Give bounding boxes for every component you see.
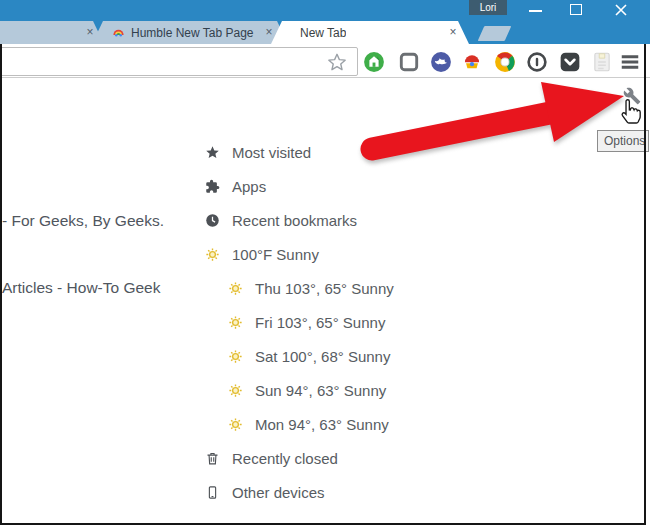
new-tab-page: - For Geeks, By Geeks. Articles - How-To…	[0, 78, 650, 523]
trash-icon	[205, 451, 220, 466]
menu-item[interactable]: 100°F Sunny	[0, 237, 480, 271]
extension-page-disabled-icon[interactable]	[591, 51, 613, 73]
address-bar[interactable]	[0, 47, 358, 76]
menu-item-label: Sun 94°, 63° Sunny	[255, 382, 386, 399]
profile-badge[interactable]: Lori	[469, 0, 507, 15]
menu-item-label: 100°F Sunny	[232, 246, 319, 263]
extension-window-frame-icon[interactable]	[398, 51, 420, 73]
tab-partial[interactable]: ×	[0, 21, 104, 44]
window-border	[0, 44, 2, 525]
new-tab-menu: Most visitedAppsRecent bookmarks100°F Su…	[0, 135, 480, 509]
new-tab-button[interactable]	[478, 26, 512, 41]
menu-item-label: Most visited	[232, 144, 311, 161]
menu-item-label: Fri 103°, 65° Sunny	[255, 314, 385, 331]
maximize-icon	[570, 4, 582, 15]
menu-item[interactable]: Thu 103°, 65° Sunny	[0, 271, 480, 305]
toolbar	[0, 44, 650, 78]
extension-ring-keyhole-icon[interactable]	[526, 51, 548, 73]
sun-icon	[228, 315, 243, 330]
extension-green-home-icon[interactable]	[363, 51, 385, 73]
menu-item-label: Sat 100°, 68° Sunny	[255, 348, 390, 365]
tab-humble-new-tab-page[interactable]: Humble New Tab Page ×	[92, 21, 288, 44]
puzzle-icon	[205, 179, 220, 194]
extension-blue-bird-icon[interactable]	[430, 51, 452, 73]
menu-item-label: Thu 103°, 65° Sunny	[255, 280, 394, 297]
menu-item-label: Recently closed	[232, 450, 338, 467]
title-bar: Lori	[0, 0, 650, 20]
device-icon	[205, 485, 220, 500]
extension-color-wheel-icon[interactable]	[494, 51, 516, 73]
menu-item[interactable]: Sun 94°, 63° Sunny	[0, 373, 480, 407]
menu-item[interactable]: Fri 103°, 65° Sunny	[0, 305, 480, 339]
sun-icon	[228, 417, 243, 432]
options-wrench-icon[interactable]	[623, 87, 641, 105]
menu-item[interactable]: Recently closed	[0, 441, 480, 475]
tab-close-icon[interactable]: ×	[446, 25, 460, 39]
menu-item-label: Mon 94°, 63° Sunny	[255, 416, 389, 433]
menu-item-label: Other devices	[232, 484, 325, 501]
hamburger-menu-icon[interactable]	[619, 51, 641, 73]
tab-title: Humble New Tab Page	[131, 26, 254, 40]
options-tooltip: Options	[597, 130, 649, 152]
menu-item[interactable]: Recent bookmarks	[0, 203, 480, 237]
minimize-button[interactable]	[518, 0, 552, 20]
sun-icon	[228, 383, 243, 398]
minimize-icon	[529, 10, 542, 12]
tab-new-tab[interactable]: New Tab ×	[271, 21, 469, 44]
close-button[interactable]	[604, 0, 638, 20]
browser-window: Lori × Humble New Tab Page	[0, 0, 650, 526]
clock-icon	[205, 213, 220, 228]
window-border	[0, 523, 646, 525]
star-icon	[205, 145, 220, 160]
tab-strip: × Humble New Tab Page × New Tab ×	[0, 20, 650, 44]
menu-item[interactable]: Apps	[0, 169, 480, 203]
tab-close-icon[interactable]: ×	[262, 25, 276, 39]
menu-item[interactable]: Other devices	[0, 475, 480, 509]
tab-close-icon[interactable]: ×	[83, 25, 97, 39]
maximize-button[interactable]	[560, 0, 594, 20]
extension-dark-chevron-shield-icon[interactable]	[559, 51, 581, 73]
sun-icon	[228, 349, 243, 364]
window-border	[644, 44, 646, 525]
menu-item-label: Recent bookmarks	[232, 212, 357, 229]
menu-item[interactable]: Most visited	[0, 135, 480, 169]
tab-title: New Tab	[300, 26, 346, 40]
rainbow-favicon	[112, 26, 125, 39]
sun-icon	[205, 247, 220, 262]
sun-icon	[228, 281, 243, 296]
menu-item[interactable]: Mon 94°, 63° Sunny	[0, 407, 480, 441]
close-icon	[614, 3, 628, 17]
bookmark-star-icon[interactable]	[326, 51, 348, 73]
menu-item-label: Apps	[232, 178, 266, 195]
menu-item[interactable]: Sat 100°, 68° Sunny	[0, 339, 480, 373]
extension-red-yellow-cast-icon[interactable]	[461, 51, 483, 73]
